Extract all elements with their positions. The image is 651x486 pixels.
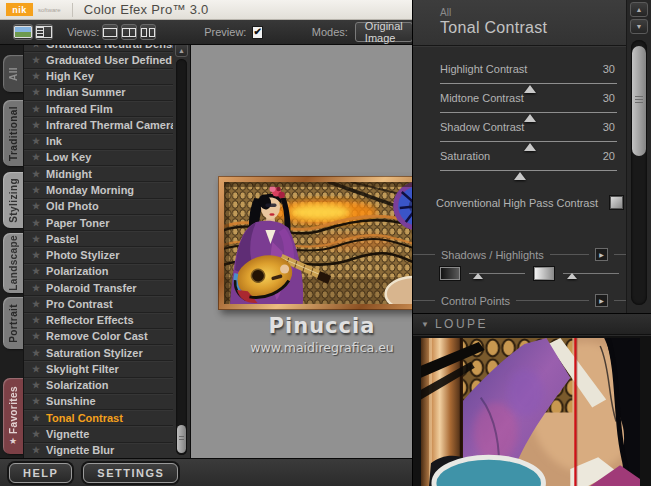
view-sidebyside-button[interactable] <box>140 24 156 40</box>
slider-track[interactable] <box>440 83 617 84</box>
shadows-highlights-label: Shadows / Highlights <box>441 249 544 261</box>
filter-item-tonal-contrast[interactable]: ★Tonal Contrast <box>24 410 173 426</box>
highlight-slider-thumb[interactable] <box>567 273 577 279</box>
filter-item-monday-morning[interactable]: ★Monday Morning <box>24 182 173 198</box>
filter-item-vignette-blur[interactable]: ★Vignette Blur <box>24 443 173 458</box>
filter-item-photo-stylizer[interactable]: ★Photo Stylizer <box>24 247 173 263</box>
shadow-slider[interactable] <box>469 273 525 274</box>
scroll-up-button[interactable]: ▲ <box>175 45 188 57</box>
control-points-label: Control Points <box>441 295 510 307</box>
slider-label: Highlight Contrast <box>440 63 527 75</box>
filter-item-paper-toner[interactable]: ★Paper Toner <box>24 215 173 231</box>
divider <box>550 254 589 255</box>
highlight-swatch[interactable] <box>534 267 554 280</box>
scrollbar-track[interactable] <box>176 59 187 455</box>
view-split-button[interactable] <box>121 24 137 40</box>
slider-value: 30 <box>603 121 615 133</box>
filter-item-label: Monday Morning <box>46 184 134 196</box>
preview-image[interactable] <box>224 182 412 304</box>
filter-item-graduated-user-defined[interactable]: ★Graduated User Defined <box>24 52 173 68</box>
slider-track[interactable] <box>440 141 617 142</box>
slider-thumb[interactable] <box>514 172 526 180</box>
titlebar-divider <box>72 3 73 17</box>
star-icon: ★ <box>32 218 40 228</box>
star-icon: ★ <box>32 315 40 325</box>
filter-item-infrared-film[interactable]: ★Infrared Film <box>24 101 173 117</box>
panel-scroll-down-button[interactable]: ▼ <box>630 19 648 34</box>
collapse-caret-icon[interactable]: ▼ <box>421 320 429 329</box>
star-icon: ★ <box>32 283 40 293</box>
filter-item-high-key[interactable]: ★High Key <box>24 69 173 85</box>
star-icon: ★ <box>32 396 40 406</box>
image-thumbnail-icon <box>14 26 32 38</box>
high-pass-contrast-row: Conventional High Pass Contrast <box>436 196 623 209</box>
tab-traditional[interactable]: Traditional <box>3 100 23 166</box>
filter-item-vignette[interactable]: ★Vignette <box>24 426 173 442</box>
filter-item-remove-color-cast[interactable]: ★Remove Color Cast <box>24 329 173 345</box>
filter-item-old-photo[interactable]: ★Old Photo <box>24 199 173 215</box>
filter-item-low-key[interactable]: ★Low Key <box>24 150 173 166</box>
filter-item-ink[interactable]: ★Ink <box>24 134 173 150</box>
filter-item-label: Pastel <box>46 233 78 245</box>
preview-image-frame[interactable] <box>218 176 412 310</box>
star-icon: ★ <box>32 413 40 423</box>
filter-item-infrared-thermal-camera[interactable]: ★Infrared Thermal Camera <box>24 117 173 133</box>
slider-value: 30 <box>603 63 615 75</box>
tab-favorites[interactable]: Favorites★ <box>3 378 23 454</box>
view-single-button[interactable] <box>102 24 118 40</box>
filter-item-skylight-filter[interactable]: ★Skylight Filter <box>24 361 173 377</box>
filter-item-label: High Key <box>46 70 94 82</box>
filter-item-graduated-neutral-density[interactable]: ★Graduated Neutral Density <box>24 45 173 52</box>
tab-all[interactable]: All <box>3 55 23 92</box>
panel-title: Tonal Contrast <box>440 19 626 37</box>
filter-item-solarization[interactable]: ★Solarization <box>24 378 173 394</box>
shadow-swatch[interactable] <box>440 267 460 280</box>
star-icon: ★ <box>32 136 40 146</box>
star-icon: ★ <box>32 234 40 244</box>
modes-dropdown[interactable]: Original Image <box>355 22 413 42</box>
filter-item-polaroid-transfer[interactable]: ★Polaroid Transfer <box>24 280 173 296</box>
image-thumbnail-button[interactable] <box>13 24 33 40</box>
tab-stylizing[interactable]: Stylizing <box>3 172 23 228</box>
filter-item-pro-contrast[interactable]: ★Pro Contrast <box>24 296 173 312</box>
shadows-highlights-section: Shadows / Highlights ▶ <box>413 248 626 261</box>
caption-title: Pinuccia <box>191 314 412 338</box>
high-pass-contrast-checkbox[interactable] <box>610 196 623 209</box>
filter-item-saturation-stylizer[interactable]: ★Saturation Stylizer <box>24 345 173 361</box>
image-caption: Pinuccia www.maidiregrafica.eu <box>191 314 412 355</box>
tab-portrait[interactable]: Portrait <box>3 297 23 349</box>
star-icon: ★ <box>32 331 40 341</box>
settings-button[interactable]: SETTINGS <box>83 463 178 483</box>
scrollbar-thumb[interactable] <box>177 425 186 453</box>
filter-item-reflector-effects[interactable]: ★Reflector Effects <box>24 313 173 329</box>
filter-item-pastel[interactable]: ★Pastel <box>24 231 173 247</box>
slider-label: Shadow Contrast <box>440 121 524 133</box>
filter-item-label: Ink <box>46 135 62 147</box>
tab-landscape[interactable]: Landscape <box>3 233 23 293</box>
slider-track[interactable] <box>440 170 617 171</box>
help-button[interactable]: HELP <box>9 463 72 483</box>
star-icon: ★ <box>32 380 40 390</box>
panel-scrollbar-thumb[interactable] <box>632 46 646 156</box>
slider-track[interactable] <box>440 112 617 113</box>
tab-label: Favorites <box>8 386 19 434</box>
shadow-slider-thumb[interactable] <box>473 273 483 279</box>
expand-button[interactable]: ▶ <box>595 248 608 261</box>
star-icon: ★ <box>32 45 40 49</box>
panel-scrollbar-track[interactable] <box>631 40 647 305</box>
star-icon: ★ <box>32 87 40 97</box>
filter-item-label: Infrared Film <box>46 103 113 115</box>
highlight-slider[interactable] <box>563 273 619 274</box>
loupe-header[interactable]: ▼ LOUPE <box>413 313 651 335</box>
filter-item-midnight[interactable]: ★Midnight <box>24 166 173 182</box>
filter-item-sunshine[interactable]: ★Sunshine <box>24 394 173 410</box>
divider <box>614 254 626 255</box>
filter-item-polarization[interactable]: ★Polarization <box>24 264 173 280</box>
slider-value: 30 <box>603 92 615 104</box>
filter-item-indian-summer[interactable]: ★Indian Summer <box>24 85 173 101</box>
filterlist-toggle-button[interactable] <box>35 24 53 40</box>
expand-button[interactable]: ▶ <box>595 294 608 307</box>
filter-item-label: Tonal Contrast <box>46 412 123 424</box>
panel-scroll-up-button[interactable]: ▲ <box>630 2 648 17</box>
preview-checkbox[interactable]: ✔ <box>252 26 262 39</box>
